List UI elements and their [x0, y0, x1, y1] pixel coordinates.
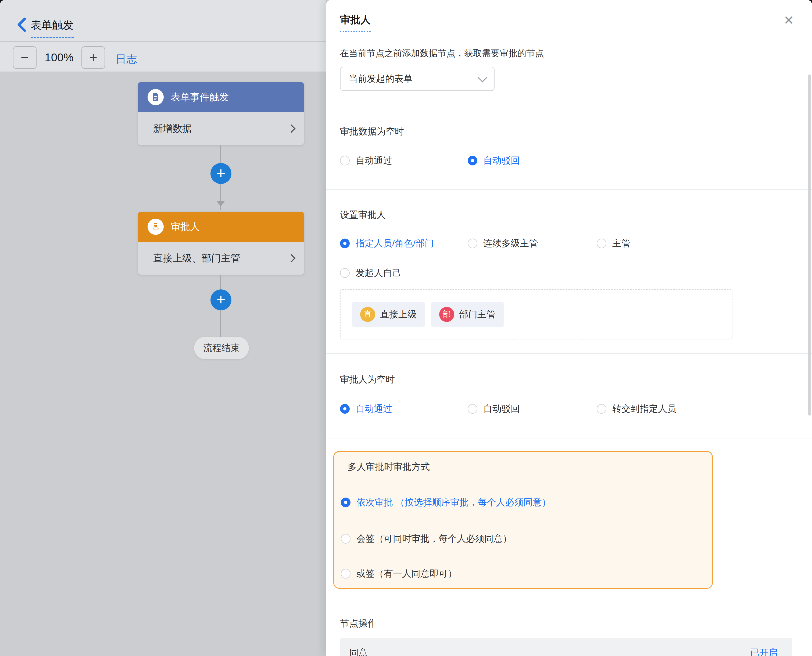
radio-label[interactable]: 主管 — [612, 237, 631, 250]
approver-node-body[interactable]: 直接上级、部门主管 — [138, 242, 304, 275]
direct-supervisor-badge-icon: 直 — [360, 307, 375, 322]
approver-node-title: 审批人 — [171, 220, 200, 234]
flow-toolbar: − 100% + 日志 — [0, 42, 326, 72]
radio-label[interactable]: 自动驳回 — [483, 403, 520, 415]
radio-label[interactable]: 会签（可同时审批，每个人必须同意） — [357, 532, 512, 545]
radio-option-multi-level-supervisor[interactable]: 连续多级主管 — [468, 237, 538, 250]
divider — [326, 599, 812, 599]
divider — [326, 189, 812, 190]
radio-icon[interactable] — [597, 238, 607, 248]
stamp-icon — [148, 219, 164, 235]
radio-icon[interactable] — [468, 404, 477, 414]
radio-option-countersign[interactable]: 会签（可同时审批，每个人必须同意） — [341, 532, 512, 545]
panel-title: 审批人 — [340, 13, 370, 32]
radio-icon[interactable] — [468, 238, 477, 248]
radio-icon[interactable] — [341, 534, 350, 543]
section-title-approval-data-empty: 审批数据为空时 — [340, 125, 404, 138]
trigger-node-body[interactable]: 新增数据 — [138, 112, 304, 145]
radio-label[interactable]: 依次审批 （按选择顺序审批，每个人必须同意） — [357, 496, 551, 509]
dept-manager-badge-icon: 部 — [439, 307, 454, 322]
radio-option-auto-pass[interactable]: 自动通过 — [340, 154, 392, 167]
section-title-set-approver: 设置审批人 — [340, 209, 386, 221]
member-chip-label: 部门主管 — [459, 308, 496, 320]
approver-config-panel: 审批人 ✕ 在当前节点之前添加数据节点，获取需要审批的节点 当前发起的表单 审批… — [326, 0, 812, 656]
radio-option-initiator-self[interactable]: 发起人自己 — [340, 266, 401, 280]
divider — [326, 438, 812, 438]
multi-approver-mode-box: 多人审批时审批方式 依次审批 （按选择顺序审批，每个人必须同意） 会签（可同时审… — [333, 451, 713, 589]
approver-node[interactable]: 审批人 直接上级、部门主管 — [138, 212, 304, 275]
log-link[interactable]: 日志 — [116, 52, 137, 67]
radio-icon[interactable] — [597, 404, 607, 414]
trigger-node-subtitle: 新增数据 — [153, 122, 289, 135]
selected-members-box[interactable]: 直 直接上级 部 部门主管 — [340, 289, 732, 339]
radio-option-auto-pass[interactable]: 自动通过 — [340, 402, 392, 415]
add-node-button[interactable]: + — [210, 289, 232, 310]
zoom-in-button[interactable]: + — [82, 46, 105, 69]
trigger-node-header: 表单事件触发 — [138, 82, 304, 112]
flow-header: 表单触发 — [0, 0, 326, 42]
add-node-button[interactable]: + — [210, 163, 232, 184]
radio-option-auto-reject[interactable]: 自动驳回 — [468, 402, 520, 415]
zoom-out-button[interactable]: − — [13, 46, 37, 69]
process-end-pill: 流程结束 — [194, 337, 249, 359]
flow-title: 表单触发 — [31, 18, 74, 38]
panel-scrollbar[interactable] — [808, 74, 811, 416]
chevron-right-icon — [287, 124, 295, 133]
data-source-select[interactable]: 当前发起的表单 — [340, 67, 495, 91]
radio-option-supervisor[interactable]: 主管 — [597, 237, 631, 250]
node-action-row-agree: 同意 已开启 — [340, 638, 792, 656]
radio-label[interactable]: 连续多级主管 — [483, 237, 538, 250]
radio-label[interactable]: 或签（有一人同意即可） — [357, 568, 457, 580]
radio-label[interactable]: 转交到指定人员 — [612, 403, 676, 415]
section-title-multi-approval-mode: 多人审批时审批方式 — [347, 461, 430, 473]
panel-description: 在当前节点之前添加数据节点，获取需要审批的节点 — [340, 47, 544, 59]
trigger-node[interactable]: 表单事件触发 新增数据 — [138, 82, 304, 145]
radio-selected-icon[interactable] — [468, 156, 477, 166]
radio-icon[interactable] — [341, 569, 350, 579]
radio-option-sequential-approval[interactable]: 依次审批 （按选择顺序审批，每个人必须同意） — [341, 496, 551, 509]
divider — [326, 104, 812, 104]
radio-label[interactable]: 发起人自己 — [356, 267, 401, 279]
workflow-editor-window: 表单触发 − 100% + 日志 表单事件触发 新增数据 + — [0, 0, 812, 656]
radio-selected-icon[interactable] — [341, 498, 350, 507]
section-title-approver-empty: 审批人为空时 — [340, 373, 395, 386]
radio-selected-icon[interactable] — [340, 404, 350, 414]
radio-selected-icon[interactable] — [340, 238, 350, 248]
member-chip-label: 直接上级 — [380, 308, 417, 320]
radio-option-auto-reject[interactable]: 自动驳回 — [468, 154, 520, 167]
member-chip-dept-manager[interactable]: 部 部门主管 — [431, 302, 504, 327]
arrow-down-icon — [217, 201, 225, 207]
radio-icon[interactable] — [340, 156, 350, 166]
radio-option-transfer-to-assignee[interactable]: 转交到指定人员 — [597, 402, 676, 415]
data-source-value: 当前发起的表单 — [349, 73, 479, 85]
radio-label[interactable]: 指定人员/角色/部门 — [356, 237, 434, 250]
zoom-level: 100% — [37, 51, 82, 64]
divider — [326, 353, 812, 354]
trigger-node-title: 表单事件触发 — [171, 91, 229, 104]
radio-label[interactable]: 自动通过 — [356, 155, 392, 167]
radio-icon[interactable] — [340, 268, 350, 278]
approver-node-header: 审批人 — [138, 212, 304, 242]
approver-node-subtitle: 直接上级、部门主管 — [153, 252, 289, 265]
close-icon[interactable]: ✕ — [784, 14, 794, 27]
radio-option-assign-people[interactable]: 指定人员/角色/部门 — [340, 237, 434, 250]
chevron-down-icon — [478, 73, 488, 83]
chevron-right-icon — [287, 254, 295, 262]
section-title-node-actions: 节点操作 — [340, 617, 377, 630]
form-doc-icon — [148, 89, 164, 105]
member-chip-direct-supervisor[interactable]: 直 直接上级 — [352, 302, 425, 327]
action-status-toggle[interactable]: 已开启 — [750, 647, 778, 656]
radio-label[interactable]: 自动通过 — [356, 403, 392, 415]
radio-label[interactable]: 自动驳回 — [483, 155, 520, 167]
back-button[interactable] — [15, 17, 28, 32]
back-chevron-icon — [15, 17, 28, 32]
action-label: 同意 — [349, 647, 368, 656]
radio-option-or-sign[interactable]: 或签（有一人同意即可） — [341, 567, 457, 580]
